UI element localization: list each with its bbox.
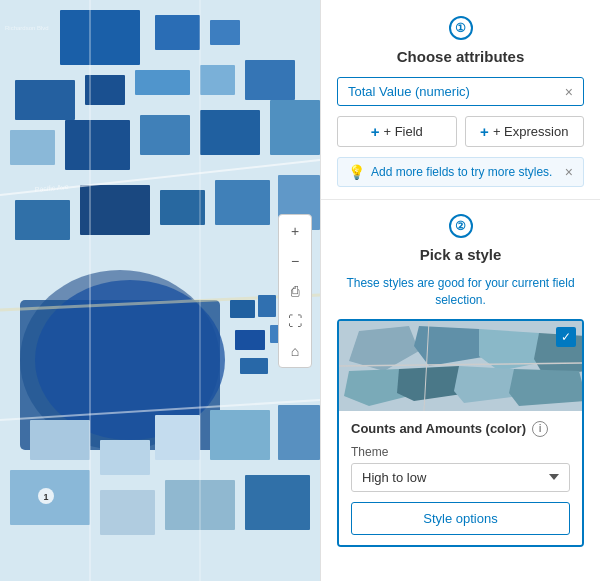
style-preview: ✓	[339, 321, 582, 411]
svg-text:1: 1	[43, 492, 48, 502]
style-options-button[interactable]: Style options	[351, 502, 570, 535]
attribute-close-button[interactable]: ×	[565, 85, 573, 99]
style-card[interactable]: ✓ Counts and Amounts (color) i Theme Hig…	[337, 319, 584, 547]
svg-rect-27	[278, 405, 320, 460]
fullscreen-button[interactable]: ⛶	[281, 307, 309, 335]
style-preview-svg	[339, 321, 582, 411]
info-bar-text: Add more fields to try more styles.	[371, 165, 552, 179]
svg-rect-9	[245, 60, 295, 100]
add-expression-button[interactable]: + + Expression	[465, 116, 585, 147]
add-field-label: + Field	[383, 124, 422, 139]
svg-rect-26	[210, 410, 270, 460]
svg-rect-12	[140, 115, 190, 155]
style-card-checkmark: ✓	[556, 327, 576, 347]
svg-rect-20	[160, 190, 205, 225]
map-panel: 1 Pacific Ave Richardson Blvd + − ⎙ ⛶ ⌂	[0, 0, 320, 581]
info-bar: 💡 Add more fields to try more styles. ×	[337, 157, 584, 187]
bulb-icon: 💡	[348, 164, 365, 180]
section-1-title: Choose attributes	[337, 48, 584, 65]
svg-rect-5	[15, 80, 75, 120]
zoom-out-button[interactable]: −	[281, 247, 309, 275]
field-plus-icon: +	[371, 123, 380, 140]
svg-rect-2	[60, 10, 140, 65]
print-button[interactable]: ⎙	[281, 277, 309, 305]
section-2-subtitle: These styles are good for your current f…	[337, 275, 584, 309]
style-card-body: Counts and Amounts (color) i Theme High …	[339, 411, 582, 545]
svg-rect-31	[245, 475, 310, 530]
attribute-chip: Total Value (numeric) ×	[337, 77, 584, 106]
theme-select[interactable]: High to low Above and below Extremes Low…	[351, 463, 570, 492]
svg-rect-18	[15, 200, 70, 240]
style-card-title-text: Counts and Amounts (color)	[351, 421, 526, 436]
svg-rect-29	[100, 490, 155, 535]
step-1-circle: ①	[449, 16, 473, 40]
zoom-in-button[interactable]: +	[281, 217, 309, 245]
svg-rect-21	[215, 180, 270, 225]
section-style: ② Pick a style These styles are good for…	[321, 200, 600, 559]
svg-rect-3	[155, 15, 200, 50]
svg-text:Richardson Blvd: Richardson Blvd	[5, 25, 49, 31]
svg-rect-14	[270, 100, 320, 155]
map-toolbar: + − ⎙ ⛶ ⌂	[278, 214, 312, 368]
svg-rect-4	[210, 20, 240, 45]
svg-rect-39	[235, 330, 265, 350]
svg-rect-37	[230, 300, 255, 318]
map-canvas: 1 Pacific Ave Richardson Blvd	[0, 0, 320, 581]
svg-rect-7	[135, 70, 190, 95]
theme-label: Theme	[351, 445, 570, 459]
svg-rect-6	[85, 75, 125, 105]
info-bar-content: 💡 Add more fields to try more styles.	[348, 164, 552, 180]
svg-marker-54	[509, 369, 582, 406]
svg-rect-8	[200, 65, 235, 95]
style-card-title: Counts and Amounts (color) i	[351, 421, 570, 437]
home-button[interactable]: ⌂	[281, 337, 309, 365]
svg-rect-10	[10, 130, 55, 165]
add-field-button[interactable]: + + Field	[337, 116, 457, 147]
svg-rect-25	[155, 415, 200, 460]
svg-rect-38	[258, 295, 276, 317]
svg-rect-23	[30, 420, 90, 460]
section-2-title: Pick a style	[337, 246, 584, 263]
expression-plus-icon: +	[480, 123, 489, 140]
svg-rect-11	[65, 120, 130, 170]
step-2-circle: ②	[449, 214, 473, 238]
svg-rect-24	[100, 440, 150, 475]
attribute-label: Total Value (numeric)	[348, 84, 470, 99]
svg-rect-41	[240, 358, 268, 374]
info-bar-close-button[interactable]: ×	[565, 165, 573, 179]
svg-rect-13	[200, 110, 260, 155]
section-attributes: ① Choose attributes Total Value (numeric…	[321, 0, 600, 200]
add-expression-label: + Expression	[493, 124, 569, 139]
right-panel: ① Choose attributes Total Value (numeric…	[320, 0, 600, 581]
style-info-button[interactable]: i	[532, 421, 548, 437]
add-buttons-group: + + Field + + Expression	[337, 116, 584, 147]
